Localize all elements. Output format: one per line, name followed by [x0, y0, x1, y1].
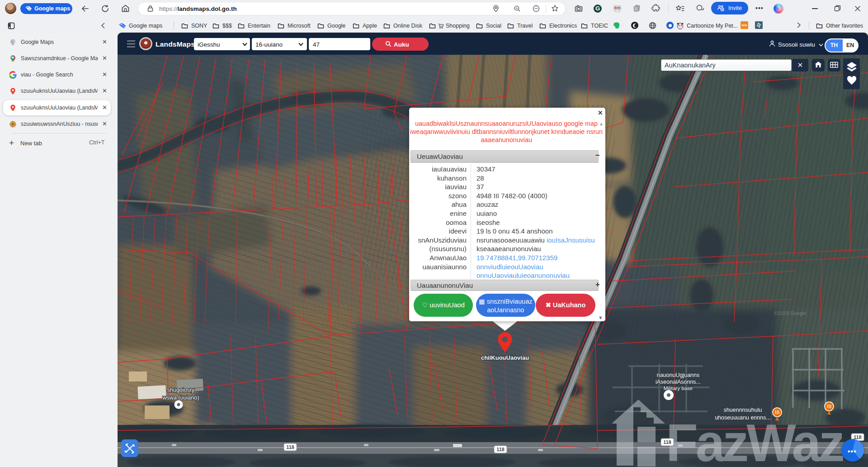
svg-text:iAseonalAsonns...: iAseonalAsonns... — [656, 379, 701, 385]
svg-text:©2023 Google: ©2023 Google — [774, 310, 806, 316]
svg-text:FazWaz: FazWaz — [666, 414, 843, 467]
svg-text:uhoseuuuanu ennns...: uhoseuuuanu ennns... — [715, 415, 771, 421]
svg-text:shugoiosry: shugoiosry — [167, 387, 195, 393]
svg-text:118: 118 — [286, 444, 294, 450]
svg-text:118: 118 — [496, 447, 505, 452]
svg-text:chiiKuouUaoviau: chiiKuouUaoviau — [481, 354, 529, 361]
svg-text:shuennnsuhulu: shuennnsuhulu — [724, 407, 762, 413]
svg-text:118: 118 — [663, 439, 671, 445]
svg-text:wswa (uuiano): wswa (uuiano) — [162, 395, 199, 401]
svg-text:nauonuUgjuanns: nauonuUgjuanns — [657, 372, 700, 378]
